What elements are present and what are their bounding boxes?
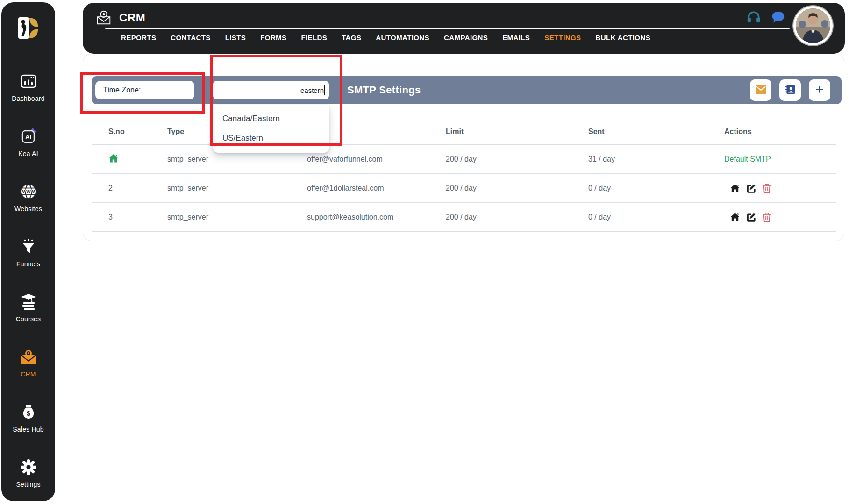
sidebar-item-dashboard[interactable]: Dashboard bbox=[1, 71, 55, 114]
cell-host: offer@1dollarsteal.com bbox=[307, 184, 446, 192]
cell-type: smtp_server bbox=[167, 184, 307, 192]
cell-sno: 2 bbox=[108, 184, 167, 192]
add-smtp-button[interactable] bbox=[809, 79, 830, 101]
topbar-divider bbox=[105, 28, 790, 29]
crm-envelope-gear-icon bbox=[95, 9, 113, 27]
cell-sno bbox=[108, 153, 167, 165]
dropdown-option-canada-eastern[interactable]: Canada/Eastern bbox=[213, 109, 329, 128]
edit-action-button[interactable] bbox=[746, 183, 756, 193]
toolbar-buttons bbox=[750, 79, 830, 101]
edit-icon bbox=[746, 188, 756, 195]
svg-text:$: $ bbox=[27, 410, 30, 417]
column-header-limit: Limit bbox=[446, 128, 588, 136]
sidebar-item-label: Sales Hub bbox=[13, 426, 43, 433]
cell-actions bbox=[724, 212, 836, 222]
tab-fields[interactable]: FIELDS bbox=[301, 34, 327, 42]
funnels-icon bbox=[19, 237, 38, 256]
timezone-input[interactable]: eastern bbox=[213, 81, 329, 99]
sidebar-item-label: Kea AI bbox=[18, 150, 38, 157]
crm-envelope-gear-icon bbox=[19, 347, 38, 367]
cell-type: smtp_server bbox=[167, 213, 307, 221]
headphones-icon[interactable] bbox=[746, 9, 762, 25]
sidebar-item-kea-ai[interactable]: AIKea AI bbox=[1, 127, 55, 170]
kea-ai-icon: AI bbox=[19, 127, 38, 146]
sidebar-item-sales-hub[interactable]: $Sales Hub bbox=[1, 402, 55, 445]
column-header-sent: Sent bbox=[588, 128, 724, 136]
tab-automations[interactable]: AUTOMATIONS bbox=[376, 34, 429, 42]
brand-logo[interactable] bbox=[15, 14, 42, 42]
sidebar-item-crm[interactable]: CRM bbox=[1, 347, 55, 390]
sidebar-item-label: Websites bbox=[14, 205, 42, 213]
edit-action-button[interactable] bbox=[746, 212, 756, 222]
page-title: CRM bbox=[119, 11, 145, 24]
tab-emails[interactable]: EMAILS bbox=[502, 34, 530, 42]
tab-settings[interactable]: SETTINGS bbox=[544, 34, 581, 42]
column-header-actions: Actions bbox=[724, 128, 836, 136]
delete-icon bbox=[762, 217, 771, 224]
smtp-table: S.noTypeLimitSentActions smtp_serveroffe… bbox=[92, 119, 836, 232]
tab-contacts[interactable]: CONTACTS bbox=[171, 34, 210, 42]
chat-icon[interactable] bbox=[770, 9, 786, 25]
cell-host: support@keasolution.com bbox=[307, 213, 446, 221]
tab-tags[interactable]: TAGS bbox=[342, 34, 361, 42]
delete-icon bbox=[762, 188, 771, 195]
table-row: 3smtp_serversupport@keasolution.com200 /… bbox=[92, 202, 836, 231]
cell-actions: Default SMTP bbox=[724, 155, 836, 163]
bird-leaves-logo-icon bbox=[15, 35, 42, 43]
table-row: 2smtp_serveroffer@1dollarsteal.com200 / … bbox=[92, 173, 836, 202]
cell-host: offer@vaforfunnel.com bbox=[307, 155, 446, 163]
plus-icon bbox=[815, 85, 825, 96]
user-avatar[interactable] bbox=[796, 8, 830, 43]
websites-icon: WWW bbox=[19, 182, 38, 201]
home-icon bbox=[730, 217, 740, 224]
sidebar-item-label: Settings bbox=[16, 481, 40, 488]
delete-action-button[interactable] bbox=[762, 183, 771, 193]
delete-action-button[interactable] bbox=[762, 212, 771, 222]
cell-sent: 0 / day bbox=[588, 184, 724, 192]
address-book-button[interactable] bbox=[779, 79, 801, 101]
cell-actions bbox=[724, 183, 836, 193]
table-header-row: S.noTypeLimitSentActions bbox=[92, 119, 836, 144]
sidebar-item-label: CRM bbox=[21, 370, 36, 378]
sidebar: DashboardAIKea AIWWWWebsitesFunnelsCours… bbox=[1, 2, 55, 501]
tab-forms[interactable]: FORMS bbox=[260, 34, 286, 42]
svg-text:WWW: WWW bbox=[22, 189, 35, 194]
dropdown-option-us-eastern[interactable]: US/Eastern bbox=[213, 128, 329, 148]
envelope-icon bbox=[756, 85, 766, 95]
cell-limit: 200 / day bbox=[446, 184, 588, 192]
sidebar-item-funnels[interactable]: Funnels bbox=[1, 237, 55, 280]
topbar-nav: REPORTSCONTACTSLISTSFORMSFIELDSTAGSAUTOM… bbox=[121, 34, 650, 42]
section-title: SMTP Settings bbox=[347, 76, 421, 104]
sidebar-item-courses[interactable]: Courses bbox=[1, 292, 55, 335]
tab-lists[interactable]: LISTS bbox=[225, 34, 246, 42]
courses-icon bbox=[19, 292, 38, 312]
sidebar-item-websites[interactable]: WWWWebsites bbox=[1, 182, 55, 225]
topbar: CRM REPORTSCONTACTSLISTSFORMSFIELDSTAGSA… bbox=[83, 3, 845, 54]
tab-bulk-actions[interactable]: BULK ACTIONS bbox=[595, 34, 650, 42]
smtp-settings-toolbar: Time Zone: eastern SMTP Settings bbox=[92, 76, 842, 104]
timezone-input-value: eastern bbox=[300, 86, 324, 94]
email-button[interactable] bbox=[750, 79, 771, 101]
cell-limit: 200 / day bbox=[446, 213, 588, 221]
edit-icon bbox=[746, 217, 756, 224]
sidebar-item-label: Dashboard bbox=[12, 95, 44, 102]
cell-sent: 0 / day bbox=[588, 213, 724, 221]
column-header-sno: S.no bbox=[108, 128, 167, 136]
home-action-button[interactable] bbox=[730, 183, 740, 193]
home-action-button[interactable] bbox=[730, 212, 740, 222]
timezone-label-text: Time Zone: bbox=[103, 86, 141, 94]
sidebar-item-label: Courses bbox=[16, 315, 41, 323]
cell-limit: 200 / day bbox=[446, 155, 588, 163]
gear-icon bbox=[19, 457, 38, 477]
tab-reports[interactable]: REPORTS bbox=[121, 34, 156, 42]
tab-campaigns[interactable]: CAMPAIGNS bbox=[444, 34, 488, 42]
default-home-icon bbox=[108, 157, 119, 165]
timezone-label: Time Zone: bbox=[95, 81, 194, 99]
dashboard-icon bbox=[19, 71, 38, 91]
default-smtp-label: Default SMTP bbox=[724, 155, 771, 163]
money-bag-icon: $ bbox=[19, 402, 38, 422]
cell-type: smtp_server bbox=[167, 155, 307, 163]
svg-text:AI: AI bbox=[25, 134, 31, 141]
table-row: smtp_serveroffer@vaforfunnel.com200 / da… bbox=[92, 144, 836, 173]
sidebar-item-settings[interactable]: Settings bbox=[1, 457, 55, 500]
